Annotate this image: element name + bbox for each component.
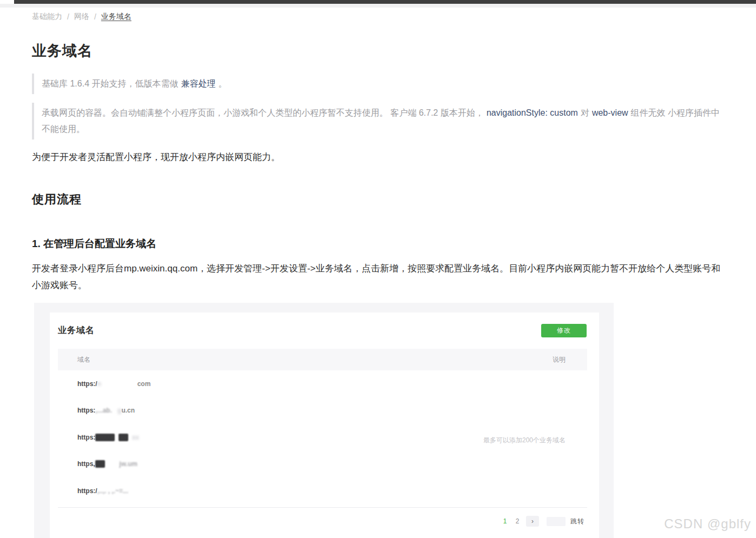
domain-text-segment: xxx	[95, 460, 105, 468]
breadcrumb-separator: /	[67, 12, 69, 21]
admin-card: 业务域名 修改 域名 说明 https:/n comhttps:,...ab. …	[50, 313, 599, 538]
breadcrumb: 基础能力 / 网络 / 业务域名	[32, 12, 727, 22]
container-note-mid: 对	[581, 108, 589, 117]
chevron-right-icon: ›	[531, 517, 534, 525]
breadcrumb-separator: /	[94, 12, 96, 21]
domain-text-segment	[112, 407, 117, 414]
top-light-strip	[0, 4, 756, 8]
page-button-1[interactable]: 1	[501, 517, 509, 525]
compat-note: 基础库 1.6.4 开始支持，低版本需做兼容处理。	[32, 74, 727, 94]
table-row: https:/n com	[58, 370, 587, 397]
table-row: https,xxx jw.um	[58, 451, 587, 478]
table-header: 域名 说明	[58, 349, 587, 370]
domain-text-segment: xxxxxx	[95, 434, 115, 441]
domain-text-segment: g	[117, 407, 121, 414]
navigation-style-code: navigationStyle: custom	[487, 108, 578, 117]
top-dark-bar	[14, 0, 756, 4]
web-view-code: web-view	[592, 108, 628, 117]
domain-text-segment: https:/	[77, 380, 97, 388]
compat-note-suffix: 。	[218, 79, 227, 88]
domain-text-segment: xxx	[119, 434, 128, 441]
step-heading-configure-domain: 1. 在管理后台配置业务域名	[32, 237, 727, 251]
column-header-description: 说明	[553, 355, 566, 364]
domain-limit-note: 最多可以添加200个业务域名	[483, 436, 566, 445]
domain-text-segment	[101, 380, 137, 388]
section-heading-usage-flow: 使用流程	[32, 191, 727, 208]
step-body-paragraph: 开发者登录小程序后台mp.weixin.qq.com，选择开发管理->开发设置-…	[32, 260, 727, 294]
domain-text-segment: n	[97, 380, 101, 388]
card-title: 业务域名	[58, 325, 95, 336]
compat-note-text: 基础库 1.6.4 开始支持，低版本需做	[42, 79, 178, 88]
domain-text-segment: u.cn	[121, 407, 135, 414]
pagination: 1 2 › 跳转	[501, 516, 584, 527]
container-note: 承载网页的容器。会自动铺满整个小程序页面，小游戏和个人类型的小程序暂不支持使用。…	[32, 103, 724, 140]
column-header-domain: 域名	[77, 355, 90, 364]
doc-page: 基础能力 / 网络 / 业务域名 业务域名 基础库 1.6.4 开始支持，低版本…	[0, 0, 756, 538]
table-row: https:/,..,. , ,.~=...	[58, 477, 587, 504]
domain-text-segment: https,	[77, 460, 95, 468]
compat-link[interactable]: 兼容处理	[181, 79, 215, 88]
domain-text-segment: https:	[77, 407, 95, 414]
domain-text-segment: com	[137, 380, 151, 388]
page-jump-input[interactable]	[547, 517, 566, 526]
page-button-2[interactable]: 2	[514, 517, 521, 525]
domain-text-segment	[128, 434, 132, 441]
page-title: 业务域名	[32, 41, 727, 61]
modify-button[interactable]: 修改	[541, 324, 587, 337]
domain-text-segment: https:	[77, 434, 95, 441]
domain-text-segment: ,...ab.	[95, 407, 112, 414]
next-page-button[interactable]: ›	[526, 516, 539, 527]
domain-text-segment: ,..,. , ,.~=...	[97, 487, 128, 495]
container-note-text-1: 承载网页的容器。会自动铺满整个小程序页面，小游戏和个人类型的小程序暂不支持使用。…	[42, 108, 484, 117]
table-row: https:,...ab. gu.cn	[58, 397, 587, 424]
domain-text-segment	[105, 460, 120, 468]
article: 基础能力 / 网络 / 业务域名 业务域名 基础库 1.6.4 开始支持，低版本…	[32, 8, 727, 294]
embedded-screenshot: 业务域名 修改 域名 说明 https:/n comhttps:,...ab. …	[34, 303, 614, 538]
breadcrumb-item-current[interactable]: 业务域名	[101, 12, 132, 22]
breadcrumb-item-network[interactable]: 网络	[74, 12, 89, 22]
domain-text-segment	[115, 434, 119, 441]
page-jump-button[interactable]: 跳转	[570, 517, 584, 526]
breadcrumb-item-base-capability[interactable]: 基础能力	[32, 12, 62, 22]
domain-text-segment: xx	[132, 434, 139, 441]
csdn-watermark: CSDN @gblfy	[664, 516, 751, 532]
table-bottom-divider	[58, 507, 587, 508]
domain-text-segment: https:/	[77, 487, 97, 495]
intro-paragraph: 为便于开发者灵活配置小程序，现开放小程序内嵌网页能力。	[32, 151, 727, 163]
domain-text-segment: jw.um	[119, 460, 137, 468]
